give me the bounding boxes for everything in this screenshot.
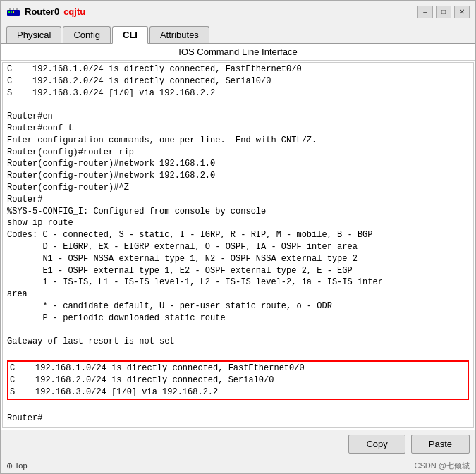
svg-rect-1 (8, 11, 10, 13)
title-bar-left: Router0 cqjtu (6, 6, 417, 18)
copy-button[interactable]: Copy (348, 435, 405, 454)
title-bar-controls: – □ ✕ (417, 6, 470, 18)
highlighted-block: C 192.168.1.0/24 is directly connected, … (7, 360, 469, 400)
watermark: CSDN @七倾城 (415, 461, 470, 471)
router-icon (6, 6, 20, 18)
app-accent: cqjtu (63, 6, 85, 17)
main-area: IOS Command Line Interface C 192.168.1.0… (1, 44, 475, 430)
close-button[interactable]: ✕ (454, 6, 470, 18)
terminal-lines: C 192.168.1.0/24 is directly connected, … (7, 64, 383, 346)
paste-button[interactable]: Paste (411, 435, 470, 454)
cli-title: IOS Command Line Interface (1, 44, 475, 61)
tab-bar: Physical Config CLI Attributes (1, 23, 475, 44)
terminal-wrapper: C 192.168.1.0/24 is directly connected, … (1, 61, 475, 430)
tab-physical[interactable]: Physical (6, 26, 61, 43)
terminal[interactable]: C 192.168.1.0/24 is directly connected, … (2, 62, 474, 428)
app-name: Router0 (25, 6, 59, 17)
tab-attributes[interactable]: Attributes (149, 26, 209, 43)
button-bar: Copy Paste (1, 430, 475, 458)
minimize-button[interactable]: – (417, 6, 433, 18)
tab-cli[interactable]: CLI (112, 26, 148, 44)
svg-rect-2 (11, 11, 12, 13)
svg-rect-3 (13, 11, 14, 13)
status-left: ⊕ Top (6, 461, 28, 470)
prompt-line: Router# (7, 413, 42, 423)
status-bar: ⊕ Top CSDN @七倾城 (1, 458, 475, 473)
main-window: Router0 cqjtu – □ ✕ Physical Config CLI … (0, 0, 476, 474)
maximize-button[interactable]: □ (436, 6, 451, 18)
tab-config[interactable]: Config (63, 26, 111, 43)
title-bar: Router0 cqjtu – □ ✕ (1, 1, 475, 23)
